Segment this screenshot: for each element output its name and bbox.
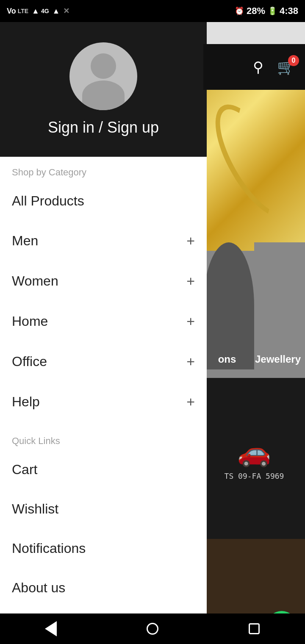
avatar-body — [82, 80, 125, 110]
category-label-2: Jewellery — [255, 353, 304, 365]
menu-item-notifications[interactable]: Notifications — [0, 529, 207, 568]
drawer-body: Shop by Category All Products Men + Wome… — [0, 157, 207, 608]
category-row: ons Jewellery — [203, 251, 305, 378]
help-label: Help — [12, 394, 40, 410]
women-label: Women — [12, 273, 58, 289]
bottom-nav — [0, 613, 305, 644]
menu-item-all-products[interactable]: All Products — [0, 181, 207, 221]
car-plate: TS 09-FA 5969 — [225, 472, 284, 480]
menu-item-cart[interactable]: Cart — [0, 450, 207, 489]
volte-icon: Vo — [7, 7, 16, 16]
nav-home-button[interactable] — [140, 620, 165, 637]
bracelet-shape — [203, 93, 305, 229]
avatar-person — [69, 42, 137, 110]
back-icon — [45, 621, 57, 636]
home-label: Home — [12, 314, 48, 329]
category-label-1: ons — [218, 353, 240, 365]
bracelet-image — [203, 68, 305, 254]
men-expand-icon: + — [186, 233, 195, 249]
signal-icon: ▲ — [32, 7, 39, 16]
nav-recents-button[interactable] — [241, 620, 267, 637]
menu-item-wishlist[interactable]: Wishlist — [0, 489, 207, 529]
wishlist-label: Wishlist — [12, 501, 58, 517]
all-products-label: All Products — [12, 193, 84, 209]
menu-item-women[interactable]: Women + — [0, 261, 207, 301]
cart-badge: 0 — [288, 55, 299, 66]
menu-item-about-us[interactable]: About us — [0, 568, 207, 608]
search-icon[interactable]: ⚲ — [253, 58, 263, 75]
status-right-icons: ⏰ 28% 🔋 4:38 — [235, 6, 298, 17]
sidebar-drawer: Sign in / Sign up Shop by Category All P… — [0, 22, 207, 613]
time-text: 4:38 — [280, 6, 298, 17]
menu-item-home[interactable]: Home + — [0, 301, 207, 341]
avatar-head — [91, 53, 116, 79]
alarm-icon: ⏰ — [235, 6, 244, 16]
help-expand-icon: + — [186, 394, 195, 410]
status-bar: Vo LTE ▲ 4G ▲ ✕ ⏰ 28% 🔋 4:38 — [0, 0, 305, 22]
lte-label: LTE — [18, 8, 28, 14]
car-promo: 🚗 TS 09-FA 5969 — [203, 378, 305, 539]
menu-item-help[interactable]: Help + — [0, 382, 207, 422]
home-icon — [147, 623, 158, 635]
home-expand-icon: + — [186, 313, 195, 330]
drawer-header: Sign in / Sign up — [0, 22, 207, 157]
4g-label: 4G — [41, 8, 49, 14]
office-label: Office — [12, 354, 47, 369]
battery-icon: 🔋 — [268, 6, 277, 16]
cart-label: Cart — [12, 462, 37, 477]
menu-item-office[interactable]: Office + — [0, 341, 207, 382]
shop-by-category-label: Shop by Category — [0, 157, 207, 181]
women-expand-icon: + — [186, 273, 195, 289]
quick-links-section: Quick Links Cart Wishlist Notifications … — [0, 422, 207, 608]
signal2-icon: ▲ — [53, 7, 60, 16]
about-us-label: About us — [12, 580, 65, 596]
top-bar: ⚲ 🛒 0 — [203, 44, 305, 90]
recents-icon — [249, 623, 260, 634]
signal3-icon: ✕ — [63, 6, 69, 16]
cart-wrapper[interactable]: 🛒 0 — [277, 58, 295, 75]
quick-links-label: Quick Links — [0, 425, 207, 450]
status-left-icons: Vo LTE ▲ 4G ▲ ✕ — [7, 6, 69, 16]
menu-item-men[interactable]: Men + — [0, 221, 207, 261]
nav-back-button[interactable] — [38, 620, 64, 637]
notifications-label: Notifications — [12, 541, 86, 556]
men-label: Men — [12, 233, 38, 249]
avatar[interactable] — [69, 42, 137, 110]
whatsapp-section: 💬 — [203, 539, 305, 613]
battery-text: 28% — [247, 6, 265, 17]
car-icon: 🚗 — [225, 436, 284, 468]
office-expand-icon: + — [186, 353, 195, 370]
sign-in-button[interactable]: Sign in / Sign up — [48, 119, 159, 136]
